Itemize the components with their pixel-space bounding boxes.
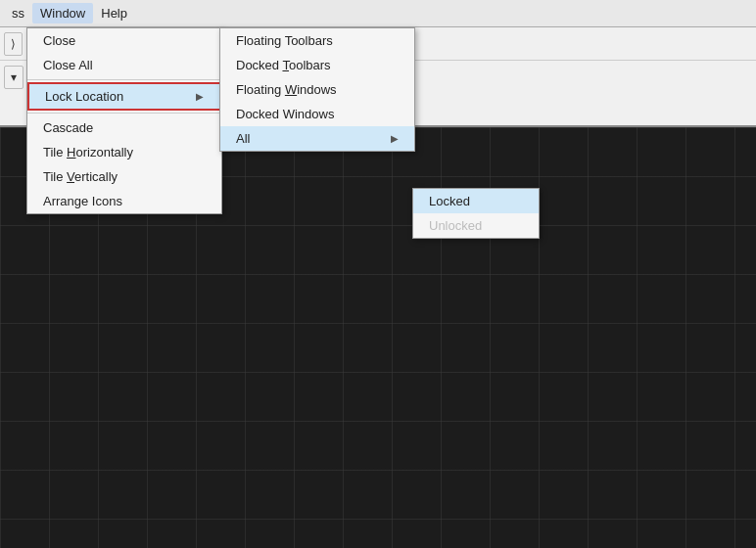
menubar-item-help[interactable]: Help <box>93 3 135 23</box>
menu-lock-location-label: Lock Location <box>45 89 123 104</box>
submenu2-unlocked[interactable]: Unlocked <box>413 213 539 238</box>
menu-lock-location[interactable]: Lock Location ▶ <box>27 82 221 111</box>
menu-tile-h[interactable]: Tile Horizontally <box>27 140 221 164</box>
menu-close[interactable]: Close <box>27 28 221 53</box>
window-dropdown: Close Close All Lock Location ▶ Cascade … <box>26 27 222 214</box>
submenu-docked-windows-label: Docked Windows <box>236 107 334 121</box>
menu-close-label: Close <box>43 33 75 48</box>
row2-dropdown-btn[interactable]: ▾ <box>4 66 24 89</box>
menu-tile-v-label: Tile Vertically <box>43 169 118 184</box>
menu-tile-h-label: Tile Horizontally <box>43 145 133 160</box>
submenu-all-arrow: ▶ <box>391 133 399 144</box>
submenu-docked-windows[interactable]: Docked Windows <box>220 102 414 126</box>
menu-arrange[interactable]: Arrange Icons <box>27 189 221 213</box>
menu-arrange-label: Arrange Icons <box>43 194 122 208</box>
menu-tile-v[interactable]: Tile Vertically <box>27 164 221 189</box>
submenu-floating-toolbars-label: Floating Toolbars <box>236 33 333 48</box>
menu-separator-2 <box>27 113 221 114</box>
submenu-floating-windows-label: Floating Windows <box>236 82 337 97</box>
menu-separator-1 <box>27 79 221 80</box>
submenu-all[interactable]: All ▶ <box>220 126 414 151</box>
menubar-item-ss[interactable]: ss <box>4 3 32 23</box>
submenu2-locked[interactable]: Locked <box>413 189 539 213</box>
menu-cascade-label: Cascade <box>43 120 93 135</box>
submenu-all-label: All <box>236 131 250 146</box>
submenu-floating-toolbars[interactable]: Floating Toolbars <box>220 28 414 53</box>
submenu-floating-windows[interactable]: Floating Windows <box>220 77 414 102</box>
menubar-item-window[interactable]: Window <box>32 3 93 23</box>
toolbar-arrow-icon: ⟩ <box>11 37 16 51</box>
menu-cascade[interactable]: Cascade <box>27 115 221 140</box>
submenu2-locked-label: Locked <box>429 194 470 208</box>
menu-close-all[interactable]: Close All <box>27 53 221 77</box>
menu-lock-arrow: ▶ <box>196 91 204 102</box>
row2-arrow-icon: ▾ <box>11 70 17 84</box>
submenu-docked-toolbars[interactable]: Docked Toolbars <box>220 53 414 77</box>
all-submenu: Locked Unlocked <box>412 188 540 239</box>
submenu-docked-toolbars-label: Docked Toolbars <box>236 58 331 72</box>
menu-close-all-label: Close All <box>43 58 93 72</box>
submenu2-unlocked-label: Unlocked <box>429 218 482 233</box>
lock-location-submenu: Floating Toolbars Docked Toolbars Floati… <box>219 27 415 152</box>
menubar: ss Window Help <box>0 0 756 27</box>
toolbar-icon-btn[interactable]: ⟩ <box>4 32 23 56</box>
